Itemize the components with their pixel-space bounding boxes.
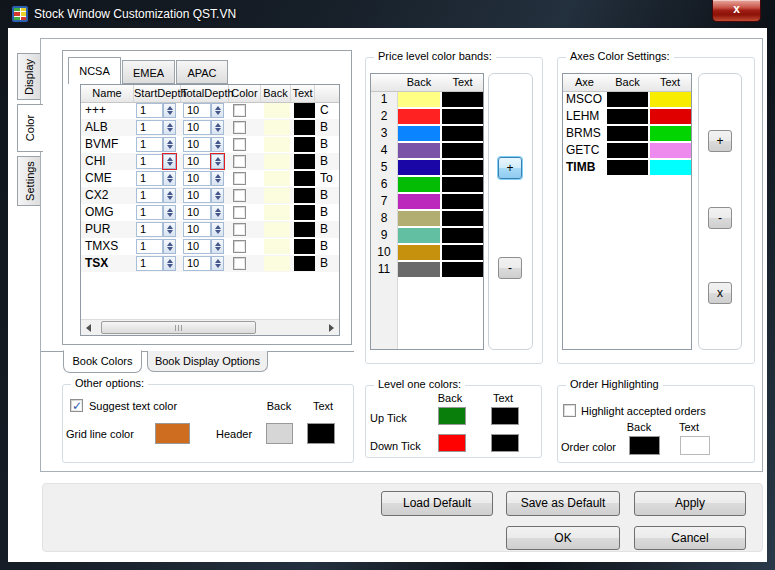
scroll-right-arrow-icon[interactable] [324,320,339,335]
axe-back-swatch[interactable] [607,126,648,141]
totaldepth-spinner[interactable] [211,188,224,203]
order-back-swatch[interactable] [629,436,660,455]
startdepth-spinner[interactable] [163,222,176,237]
band-text-swatch[interactable] [442,211,483,226]
band-back-swatch[interactable] [398,109,440,124]
ok-button[interactable]: OK [506,526,620,550]
text-color-swatch[interactable] [294,188,315,203]
band-back-swatch[interactable] [398,92,440,107]
totaldepth-spinner[interactable] [211,103,224,118]
col-color[interactable]: Color [229,85,261,102]
band-back-swatch[interactable] [398,262,440,277]
color-checkbox[interactable] [233,155,246,168]
text-color-swatch[interactable] [294,103,315,118]
totaldepth-spinner[interactable] [211,171,224,186]
color-checkbox[interactable] [233,104,246,117]
startdepth-spinner[interactable] [163,103,176,118]
totaldepth-spinner[interactable] [211,239,224,254]
totaldepth-spinner[interactable] [211,120,224,135]
text-color-swatch[interactable] [294,137,315,152]
color-checkbox[interactable] [233,206,246,219]
totaldepth-spinner[interactable] [211,205,224,220]
startdepth-input[interactable]: 1 [136,171,163,186]
color-checkbox[interactable] [233,223,246,236]
col-text[interactable]: Text [291,85,315,102]
text-color-swatch[interactable] [294,171,315,186]
tab-book-colors[interactable]: Book Colors [63,350,142,373]
band-text-swatch[interactable] [442,160,483,175]
totaldepth-input[interactable]: 10 [183,154,211,169]
totaldepth-input[interactable]: 10 [183,103,211,118]
save-as-default-button[interactable]: Save as Default [506,491,620,516]
startdepth-spinner[interactable] [163,188,176,203]
scrollbar-thumb[interactable] [101,321,256,334]
band-back-swatch[interactable] [398,245,440,260]
bands-remove-button[interactable]: - [498,257,522,279]
axe-text-swatch[interactable] [650,109,691,124]
band-text-swatch[interactable] [442,109,483,124]
axe-text-swatch[interactable] [650,126,691,141]
back-color-swatch[interactable] [264,222,290,237]
back-color-swatch[interactable] [264,239,290,254]
color-checkbox[interactable] [233,172,246,185]
band-text-swatch[interactable] [442,262,483,277]
startdepth-spinner[interactable] [163,256,176,271]
grid-line-color-swatch[interactable] [155,423,190,444]
startdepth-input[interactable]: 1 [136,154,163,169]
text-color-swatch[interactable] [294,154,315,169]
totaldepth-spinner[interactable] [211,154,224,169]
band-text-swatch[interactable] [442,143,483,158]
col-totaldepth[interactable]: TotalDepth [181,85,229,102]
close-button[interactable]: x [712,0,761,22]
back-color-swatch[interactable] [264,103,290,118]
text-color-swatch[interactable] [294,256,315,271]
totaldepth-spinner[interactable] [211,222,224,237]
totaldepth-input[interactable]: 10 [183,188,211,203]
col-back[interactable]: Back [261,85,291,102]
band-back-swatch[interactable] [398,126,440,141]
startdepth-input[interactable]: 1 [136,205,163,220]
totaldepth-input[interactable]: 10 [183,239,211,254]
totaldepth-input[interactable]: 10 [183,171,211,186]
startdepth-spinner[interactable] [163,120,176,135]
up-tick-back-swatch[interactable] [438,407,466,425]
tab-ncsa[interactable]: NCSA [68,57,121,84]
up-tick-text-swatch[interactable] [491,407,519,425]
axe-back-swatch[interactable] [607,160,648,175]
band-text-swatch[interactable] [442,177,483,192]
axes-add-button[interactable]: + [708,130,732,152]
back-color-swatch[interactable] [264,256,290,271]
tab-book-display-options[interactable]: Book Display Options [147,351,268,372]
band-back-swatch[interactable] [398,177,440,192]
axe-back-swatch[interactable] [607,143,648,158]
band-back-swatch[interactable] [398,194,440,209]
totaldepth-input[interactable]: 10 [183,256,211,271]
color-checkbox[interactable] [233,138,246,151]
startdepth-spinner[interactable] [163,154,176,169]
back-color-swatch[interactable] [264,205,290,220]
startdepth-spinner[interactable] [163,205,176,220]
startdepth-input[interactable]: 1 [136,256,163,271]
band-text-swatch[interactable] [442,228,483,243]
order-text-swatch[interactable] [680,436,710,455]
tab-apac[interactable]: APAC [176,60,228,84]
back-color-swatch[interactable] [264,120,290,135]
apply-button[interactable]: Apply [634,491,746,516]
totaldepth-input[interactable]: 10 [183,205,211,220]
totaldepth-input[interactable]: 10 [183,137,211,152]
down-tick-text-swatch[interactable] [491,434,519,452]
axes-remove-button[interactable]: - [708,207,732,229]
band-back-swatch[interactable] [398,211,440,226]
startdepth-spinner[interactable] [163,137,176,152]
axe-back-swatch[interactable] [607,109,648,124]
band-text-swatch[interactable] [442,194,483,209]
suggest-text-color-checkbox[interactable] [70,399,83,412]
color-checkbox[interactable] [233,257,246,270]
axes-delete-button[interactable]: x [708,282,732,304]
text-color-swatch[interactable] [294,239,315,254]
scroll-left-arrow-icon[interactable] [81,320,96,335]
text-color-swatch[interactable] [294,120,315,135]
startdepth-input[interactable]: 1 [136,188,163,203]
band-back-swatch[interactable] [398,228,440,243]
band-back-swatch[interactable] [398,143,440,158]
